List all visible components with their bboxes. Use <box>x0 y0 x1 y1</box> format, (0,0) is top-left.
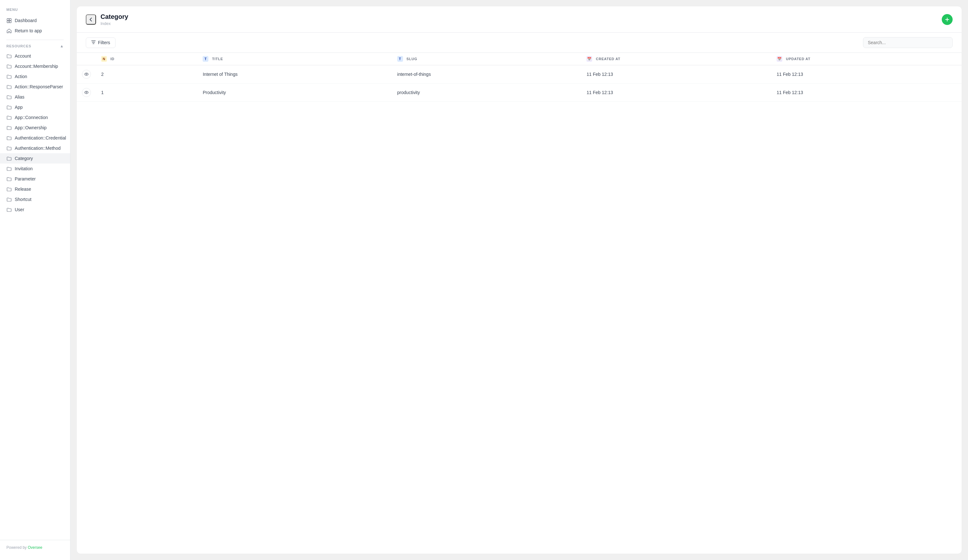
row-eye-cell <box>77 83 96 102</box>
svg-point-5 <box>86 92 87 93</box>
resource-label: Category <box>15 156 33 161</box>
sidebar-item-user[interactable]: User <box>0 204 70 215</box>
sidebar-item-alias[interactable]: Alias <box>0 92 70 102</box>
row-eye-cell <box>77 65 96 83</box>
resource-label: Alias <box>15 94 24 99</box>
main-content: Category Index Filters <box>70 0 968 560</box>
table-header-row: N ID T TITLE T <box>77 53 961 65</box>
folder-icon <box>7 53 12 58</box>
updated-type-badge: 📅 <box>777 56 782 62</box>
folder-icon <box>7 74 12 79</box>
search-input[interactable] <box>863 37 953 48</box>
sidebar-item-shortcut[interactable]: Shortcut <box>0 194 70 204</box>
svg-rect-2 <box>7 21 9 23</box>
sidebar-footer: Powered by Oversee <box>0 540 70 555</box>
folder-icon <box>7 187 12 192</box>
sidebar-item-action[interactable]: Action <box>0 71 70 81</box>
col-header-created-at: 📅 CREATED AT <box>581 53 771 65</box>
row-title: Internet of Things <box>197 65 392 83</box>
sidebar-item-return[interactable]: Return to app <box>0 26 70 36</box>
view-button[interactable] <box>82 70 91 79</box>
resource-label: Authentication::Method <box>15 146 61 151</box>
folder-icon <box>7 176 12 181</box>
col-header-eye <box>77 53 96 65</box>
sidebar-item-account--membership[interactable]: Account::Membership <box>0 61 70 71</box>
sidebar-item-account[interactable]: Account <box>0 51 70 61</box>
page-header: Category Index <box>77 7 961 33</box>
resources-section: RESOURCES ▲ <box>0 44 70 51</box>
row-title: Productivity <box>197 83 392 102</box>
folder-icon <box>7 166 12 171</box>
back-button[interactable] <box>86 14 96 25</box>
menu-label: MENU <box>0 8 70 15</box>
oversee-link[interactable]: Oversee <box>28 545 42 550</box>
resource-label: App <box>15 104 23 110</box>
resource-label: Action::ResponseParser <box>15 84 63 89</box>
table-head: N ID T TITLE T <box>77 53 961 65</box>
row-updated-at: 11 Feb 12:13 <box>771 83 961 102</box>
dashboard-icon <box>7 18 12 23</box>
folder-icon <box>7 197 12 202</box>
resource-label: App::Connection <box>15 115 48 120</box>
id-type-badge: N <box>101 56 107 62</box>
resource-label: Account::Membership <box>15 64 58 69</box>
folder-icon <box>7 207 12 212</box>
resource-label: Release <box>15 187 31 192</box>
table-row: 1 Productivity productivity 11 Feb 12:13… <box>77 83 961 102</box>
home-icon <box>7 28 12 33</box>
resource-label: User <box>15 207 24 212</box>
chevron-up-icon: ▲ <box>60 44 64 48</box>
sidebar-item-app--connection[interactable]: App::Connection <box>0 112 70 123</box>
sidebar-item-invitation[interactable]: Invitation <box>0 164 70 174</box>
svg-point-4 <box>86 74 87 75</box>
col-header-updated-at: 📅 UPDATED AT <box>771 53 961 65</box>
sidebar-divider <box>7 40 64 40</box>
created-type-badge: 📅 <box>587 56 592 62</box>
resource-label: Parameter <box>15 176 35 181</box>
page-title: Category <box>101 13 128 20</box>
sidebar-item-app[interactable]: App <box>0 102 70 112</box>
svg-rect-3 <box>9 21 11 23</box>
page-subtitle: Index <box>101 21 128 26</box>
svg-rect-1 <box>9 18 11 20</box>
row-slug: internet-of-things <box>392 65 582 83</box>
table-body: 2 Internet of Things internet-of-things … <box>77 65 961 102</box>
filter-icon <box>91 40 96 45</box>
col-header-id: N ID <box>96 53 197 65</box>
resource-label: Authentication::Credential <box>15 135 66 141</box>
title-type-badge: T <box>203 56 208 62</box>
folder-icon <box>7 104 12 110</box>
filters-label: Filters <box>98 40 110 45</box>
folder-icon <box>7 135 12 141</box>
row-created-at: 11 Feb 12:13 <box>581 83 771 102</box>
resources-list: Account Account::Membership Action Act <box>0 51 70 215</box>
sidebar-item-dashboard[interactable]: Dashboard <box>0 15 70 26</box>
folder-icon <box>7 94 12 99</box>
sidebar-item-authentication--credential[interactable]: Authentication::Credential <box>0 133 70 143</box>
sidebar-item-release[interactable]: Release <box>0 184 70 194</box>
table-row: 2 Internet of Things internet-of-things … <box>77 65 961 83</box>
add-button[interactable] <box>942 14 953 25</box>
view-button[interactable] <box>82 88 91 97</box>
sidebar-item-parameter[interactable]: Parameter <box>0 174 70 184</box>
folder-icon <box>7 115 12 120</box>
sidebar-item-category[interactable]: Category <box>0 153 70 164</box>
table-container: N ID T TITLE T <box>77 53 961 553</box>
col-header-slug: T SLUG <box>392 53 582 65</box>
sidebar-item-action--responseparser[interactable]: Action::ResponseParser <box>0 81 70 92</box>
folder-icon <box>7 146 12 151</box>
folder-icon <box>7 156 12 161</box>
row-updated-at: 11 Feb 12:13 <box>771 65 961 83</box>
filters-button[interactable]: Filters <box>86 37 116 48</box>
slug-type-badge: T <box>397 56 403 62</box>
folder-icon <box>7 64 12 69</box>
row-id: 2 <box>96 65 197 83</box>
row-id: 1 <box>96 83 197 102</box>
sidebar-item-authentication--method[interactable]: Authentication::Method <box>0 143 70 153</box>
content-card: Category Index Filters <box>77 7 961 553</box>
header-left: Category Index <box>86 13 128 26</box>
title-group: Category Index <box>101 13 128 26</box>
row-created-at: 11 Feb 12:13 <box>581 65 771 83</box>
sidebar-item-app--ownership[interactable]: App::Ownership <box>0 123 70 133</box>
resource-label: Account <box>15 53 31 58</box>
